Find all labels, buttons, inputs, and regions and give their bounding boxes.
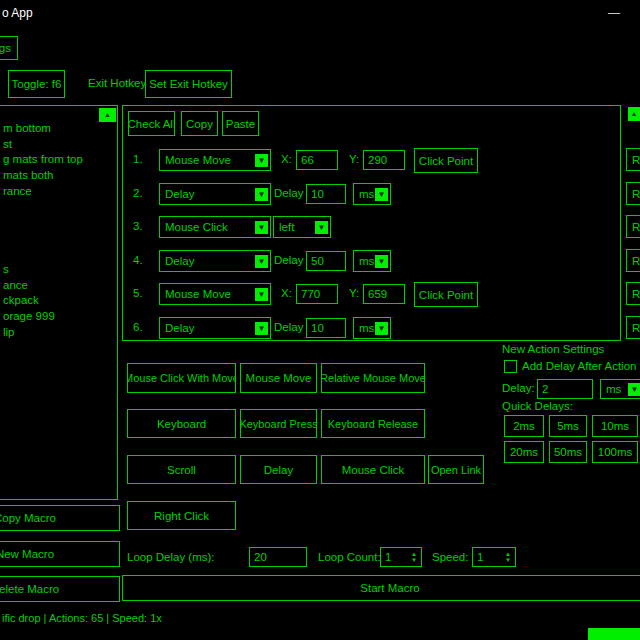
delay-setting-unit-value: ms: [606, 383, 621, 395]
spinner-arrows-icon[interactable]: ▲ ▼: [408, 551, 417, 563]
quick-delay-100ms-button[interactable]: 100ms: [592, 441, 638, 463]
add-keyboard-release-button[interactable]: Keyboard Release: [321, 409, 425, 438]
x-label: X:: [281, 153, 292, 165]
macro-list-item[interactable]: mats both: [3, 169, 115, 184]
add-delay-after-action-checkbox[interactable]: [504, 360, 517, 373]
loop-delay-input[interactable]: 20: [249, 547, 307, 567]
add-delay-button[interactable]: Delay: [240, 455, 317, 484]
remove-action-button[interactable]: Remove: [626, 316, 640, 339]
action-type-dropdown[interactable]: Mouse Move ▼: [159, 149, 271, 171]
add-delay-after-action-label: Add Delay After Action: [522, 360, 636, 372]
row-number: 3.: [133, 220, 143, 232]
delete-macro-button[interactable]: Delete Macro: [0, 576, 120, 602]
remove-action-button[interactable]: Remove: [626, 182, 640, 205]
delay-setting-unit-dropdown[interactable]: ms ▼: [600, 379, 640, 399]
add-mouse-click-with-move-button[interactable]: Mouse Click With Move: [127, 363, 236, 393]
toggle-hotkey-button[interactable]: Toggle: f6: [8, 70, 65, 98]
speed-label: Speed:: [432, 551, 468, 563]
scrollbar-up-icon[interactable]: ▲: [99, 108, 116, 122]
status-bar-text: ific drop | Actions: 65 | Speed: 1x: [2, 612, 162, 624]
row-number: 6.: [133, 321, 143, 333]
remove-action-button[interactable]: Remove: [626, 282, 640, 305]
add-mouse-click-button[interactable]: Mouse Click: [321, 455, 425, 484]
remove-action-button[interactable]: Remove: [626, 215, 640, 238]
delay-label: Delay: [274, 321, 303, 333]
action-type-dropdown[interactable]: Mouse Click ▼: [159, 216, 271, 238]
quick-delay-20ms-button[interactable]: 20ms: [504, 441, 544, 463]
add-keyboard-press-button[interactable]: Keyboard Press: [240, 409, 317, 438]
dropdown-arrow-icon: ▼: [315, 221, 328, 234]
macro-list-item[interactable]: [3, 216, 115, 231]
delay-unit-dropdown[interactable]: ms ▼: [353, 183, 391, 205]
delay-input[interactable]: 50: [306, 251, 346, 271]
action-type-dropdown[interactable]: Delay ▼: [159, 183, 271, 205]
add-keyboard-button[interactable]: Keyboard: [127, 409, 236, 438]
window-title: o App: [2, 6, 33, 20]
remove-action-button[interactable]: Remove: [626, 249, 640, 272]
macro-list-item[interactable]: s: [3, 263, 115, 278]
row-number: 4.: [133, 254, 143, 266]
macro-list-item[interactable]: [3, 200, 115, 215]
quick-delay-50ms-button[interactable]: 50ms: [549, 441, 587, 463]
remove-action-button[interactable]: Remove: [626, 148, 640, 171]
set-exit-hotkey-button[interactable]: Set Exit Hotkey: [145, 70, 232, 98]
dropdown-arrow-icon: ▼: [375, 322, 388, 335]
paste-button[interactable]: Paste: [222, 111, 259, 136]
macro-list-item[interactable]: rance: [3, 185, 115, 200]
tab-settings[interactable]: ngs: [0, 36, 18, 60]
copy-macro-button[interactable]: Copy Macro: [0, 505, 120, 531]
speed-stepper[interactable]: 1 ▲ ▼: [472, 547, 516, 567]
macro-list-item[interactable]: g mats from top: [3, 153, 115, 168]
delay-setting-label: Delay:: [502, 382, 535, 394]
action-type-value: Delay: [165, 322, 194, 334]
check-all-button[interactable]: Check All: [128, 111, 175, 136]
scrollbar-up-icon[interactable]: ▲: [628, 107, 640, 121]
dropdown-arrow-icon: ▼: [255, 154, 268, 167]
macro-list-item[interactable]: ance: [3, 279, 115, 294]
macro-list-item[interactable]: m bottom: [3, 122, 115, 137]
macro-list-item[interactable]: ckpack: [3, 294, 115, 309]
copy-button[interactable]: Copy: [181, 111, 218, 136]
y-input[interactable]: 659: [363, 284, 405, 304]
dropdown-arrow-icon: ▼: [628, 383, 640, 396]
minimize-button[interactable]: —: [608, 6, 620, 20]
add-relative-mouse-move-button[interactable]: Relative Mouse Move: [321, 363, 425, 393]
action-type-dropdown[interactable]: Mouse Move ▼: [159, 283, 271, 305]
y-label: Y:: [349, 153, 359, 165]
quick-delay-10ms-button[interactable]: 10ms: [592, 415, 638, 437]
quick-delays-label: Quick Delays:: [502, 400, 573, 412]
new-macro-button[interactable]: New Macro: [0, 541, 120, 567]
delay-setting-input[interactable]: 2: [537, 379, 593, 399]
spinner-arrows-icon[interactable]: ▲ ▼: [502, 551, 511, 563]
x-input[interactable]: 770: [296, 284, 338, 304]
delay-input[interactable]: 10: [306, 184, 346, 204]
delay-input[interactable]: 10: [306, 318, 346, 338]
macro-list-item[interactable]: [3, 232, 115, 247]
dropdown-arrow-icon: ▼: [255, 255, 268, 268]
macro-list-item[interactable]: orage 999: [3, 310, 115, 325]
macro-list-item[interactable]: lip: [3, 326, 115, 341]
action-type-dropdown[interactable]: Delay ▼: [159, 317, 271, 339]
macro-list-item[interactable]: st: [3, 138, 115, 153]
action-type-value: Mouse Move: [165, 288, 231, 300]
quick-delay-5ms-button[interactable]: 5ms: [549, 415, 587, 437]
delay-unit-dropdown[interactable]: ms ▼: [353, 250, 391, 272]
add-mouse-move-button[interactable]: Mouse Move: [240, 363, 317, 393]
mouse-button-dropdown[interactable]: left ▼: [273, 216, 331, 238]
add-right-click-button[interactable]: Right Click: [127, 501, 236, 530]
click-point-button[interactable]: Click Point: [414, 148, 478, 173]
resize-grip: [588, 628, 640, 640]
y-input[interactable]: 290: [363, 150, 405, 170]
row-number: 2.: [133, 187, 143, 199]
x-input[interactable]: 66: [296, 150, 338, 170]
loop-count-label: Loop Count:: [318, 551, 381, 563]
click-point-button[interactable]: Click Point: [414, 282, 478, 307]
macro-list-item[interactable]: [3, 247, 115, 262]
loop-count-stepper[interactable]: 1 ▲ ▼: [380, 547, 422, 567]
delay-unit-dropdown[interactable]: ms ▼: [353, 317, 391, 339]
add-open-link-button[interactable]: Open Link: [428, 455, 484, 484]
quick-delay-2ms-button[interactable]: 2ms: [504, 415, 544, 437]
start-macro-button[interactable]: Start Macro: [122, 575, 640, 601]
add-scroll-button[interactable]: Scroll: [127, 455, 236, 484]
action-type-dropdown[interactable]: Delay ▼: [159, 250, 271, 272]
